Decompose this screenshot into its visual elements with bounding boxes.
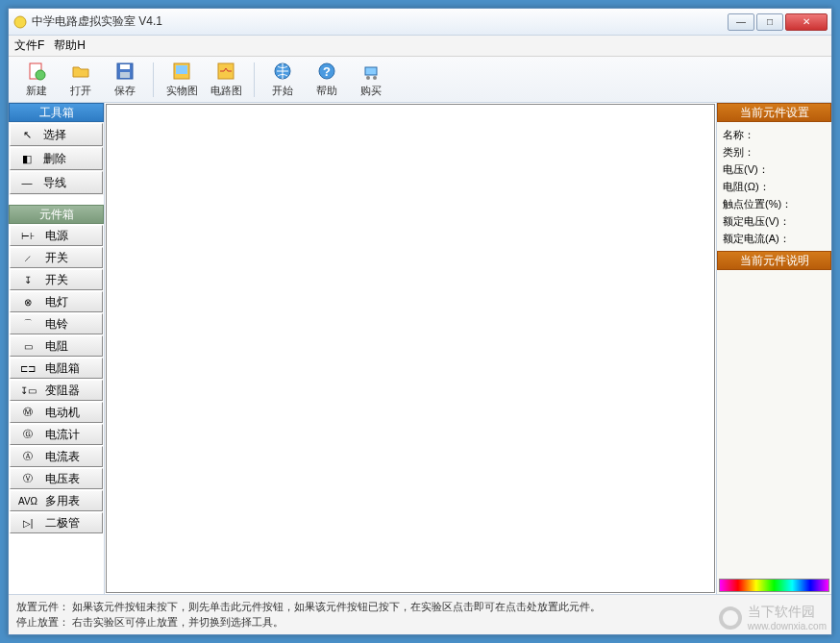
- tool-select[interactable]: ↖选择: [10, 123, 103, 146]
- description-header: 当前元件说明: [717, 251, 831, 270]
- description-body: [717, 270, 831, 575]
- toolbox-header: 工具箱: [9, 103, 104, 122]
- battery-icon: ⊢⊦: [12, 231, 43, 241]
- prop-voltage: 电压(V)：: [723, 161, 826, 178]
- start-button[interactable]: 开始: [262, 60, 303, 100]
- canvas-area[interactable]: [106, 104, 715, 593]
- comp-ammeter[interactable]: Ⓐ电流表: [10, 446, 103, 467]
- comp-diode[interactable]: ▷|二极管: [10, 512, 103, 533]
- settings-header: 当前元件设置: [717, 103, 831, 122]
- prop-rated-v: 额定电压(V)：: [723, 212, 826, 230]
- svg-point-13: [366, 76, 370, 80]
- prop-contact: 触点位置(%)：: [723, 195, 826, 212]
- color-spectrum[interactable]: [719, 579, 829, 592]
- comp-galvanometer[interactable]: Ⓖ电流计: [10, 424, 103, 445]
- status-line-2: 停止放置： 右击实验区可停止放置，并切换到选择工具。: [16, 614, 824, 630]
- maximize-button[interactable]: □: [756, 13, 783, 31]
- watermark-url: www.downxia.com: [748, 621, 827, 631]
- svg-rect-4: [120, 64, 130, 69]
- tool-wire[interactable]: —导线: [10, 171, 103, 194]
- comp-power[interactable]: ⊢⊦电源: [10, 225, 103, 246]
- rheostat-icon: ↧▭: [12, 385, 43, 396]
- status-bar: 放置元件： 如果该元件按钮未按下，则先单击此元件按钮，如果该元件按钮已按下，在实…: [9, 594, 831, 634]
- tool-delete[interactable]: ◧删除: [10, 147, 103, 170]
- buy-button[interactable]: 购买: [351, 60, 391, 100]
- menu-help[interactable]: 帮助H: [54, 37, 86, 54]
- open-button[interactable]: 打开: [61, 60, 101, 100]
- save-button[interactable]: 保存: [105, 60, 145, 100]
- toolbar-separator: [153, 62, 154, 97]
- motor-icon: Ⓜ: [12, 406, 43, 419]
- toolbox-body: ↖选择 ◧删除 —导线: [9, 122, 104, 195]
- compbox-body: ⊢⊦电源 ⟋开关 ↧开关 ⊗电灯 ⌒电铃 ▭电阻 ⊏⊐电阻箱 ↧▭变阻器 Ⓜ电动…: [9, 224, 104, 594]
- comp-bell[interactable]: ⌒电铃: [10, 313, 103, 334]
- comp-rheostat[interactable]: ↧▭变阻器: [10, 380, 103, 401]
- floppy-disk-icon: [114, 61, 136, 82]
- globe-icon: [272, 61, 293, 82]
- svg-rect-7: [176, 65, 187, 74]
- bell-icon: ⌒: [12, 317, 43, 331]
- lamp-icon: ⊗: [12, 297, 43, 308]
- titlebar: 中学电路虚拟实验室 V4.1 — □ ✕: [9, 9, 831, 36]
- prop-category: 类别：: [723, 143, 826, 161]
- close-button[interactable]: ✕: [785, 13, 828, 31]
- prop-resistance: 电阻(Ω)：: [723, 178, 826, 195]
- comp-voltmeter[interactable]: Ⓥ电压表: [10, 468, 103, 489]
- multimeter-icon: AVΩ: [12, 496, 43, 507]
- properties-panel: 名称： 类别： 电压(V)： 电阻(Ω)： 触点位置(%)： 额定电压(V)： …: [717, 122, 831, 251]
- left-sidebar: 工具箱 ↖选择 ◧删除 —导线 元件箱 ⊢⊦电源 ⟋开关 ↧开关 ⊗电灯 ⌒电铃…: [9, 103, 105, 594]
- eraser-icon: ◧: [14, 153, 39, 165]
- prop-rated-a: 额定电流(A)：: [723, 230, 826, 247]
- minimize-button[interactable]: —: [728, 13, 754, 31]
- status-line-1: 放置元件： 如果该元件按钮未按下，则先单击此元件按钮，如果该元件按钮已按下，在实…: [16, 599, 824, 614]
- switch-icon: ⟋: [12, 253, 43, 263]
- galvanometer-icon: Ⓖ: [12, 428, 43, 441]
- svg-rect-12: [365, 67, 377, 75]
- menubar: 文件F 帮助H: [9, 36, 831, 57]
- comp-multimeter[interactable]: AVΩ多用表: [10, 490, 103, 511]
- cart-icon: [360, 61, 382, 82]
- question-icon: ?: [316, 61, 337, 82]
- toolbar-separator: [254, 62, 255, 97]
- photo-view-button[interactable]: 实物图: [161, 60, 202, 100]
- comp-motor[interactable]: Ⓜ电动机: [10, 402, 103, 423]
- svg-point-14: [373, 76, 377, 80]
- right-sidebar: 当前元件设置 名称： 类别： 电压(V)： 电阻(Ω)： 触点位置(%)： 额定…: [716, 103, 831, 594]
- compbox-header: 元件箱: [9, 205, 104, 224]
- watermark-brand: 当下软件园: [748, 604, 827, 621]
- svg-point-2: [36, 70, 45, 80]
- comp-switch[interactable]: ⟋开关: [10, 247, 103, 268]
- comp-switch2[interactable]: ↧开关: [10, 269, 103, 290]
- voltmeter-icon: Ⓥ: [12, 472, 43, 485]
- line-icon: —: [14, 177, 39, 188]
- window-title: 中学电路虚拟实验室 V4.1: [32, 13, 728, 30]
- menu-file[interactable]: 文件F: [14, 37, 44, 54]
- circuit-view-button[interactable]: 电路图: [206, 60, 246, 100]
- pointer-icon: ↖: [14, 129, 39, 141]
- watermark-logo-icon: [717, 605, 744, 631]
- folder-open-icon: [70, 61, 91, 82]
- svg-rect-5: [120, 72, 130, 78]
- comp-resistor[interactable]: ▭电阻: [10, 335, 103, 357]
- comp-lamp[interactable]: ⊗电灯: [10, 291, 103, 312]
- resistor-icon: ▭: [12, 341, 43, 352]
- svg-point-15: [721, 608, 740, 628]
- app-icon: [12, 14, 28, 30]
- watermark: 当下软件园 www.downxia.com: [717, 604, 827, 631]
- resistor-box-icon: ⊏⊐: [12, 363, 43, 374]
- comp-resistor-box[interactable]: ⊏⊐电阻箱: [10, 358, 103, 379]
- ammeter-icon: Ⓐ: [12, 450, 43, 463]
- new-button[interactable]: 新建: [16, 60, 57, 100]
- new-file-icon: [26, 61, 47, 82]
- photo-icon: [171, 61, 192, 82]
- diode-icon: ▷|: [12, 518, 43, 529]
- circuit-icon: [215, 61, 236, 82]
- prop-name: 名称：: [723, 126, 826, 143]
- help-button[interactable]: ? 帮助: [307, 60, 347, 100]
- svg-text:?: ?: [323, 64, 331, 79]
- svg-point-0: [14, 16, 26, 28]
- switch2-icon: ↧: [12, 275, 43, 285]
- toolbar: 新建 打开 保存 实物图 电路图 开始 ? 帮助 购买: [9, 57, 831, 103]
